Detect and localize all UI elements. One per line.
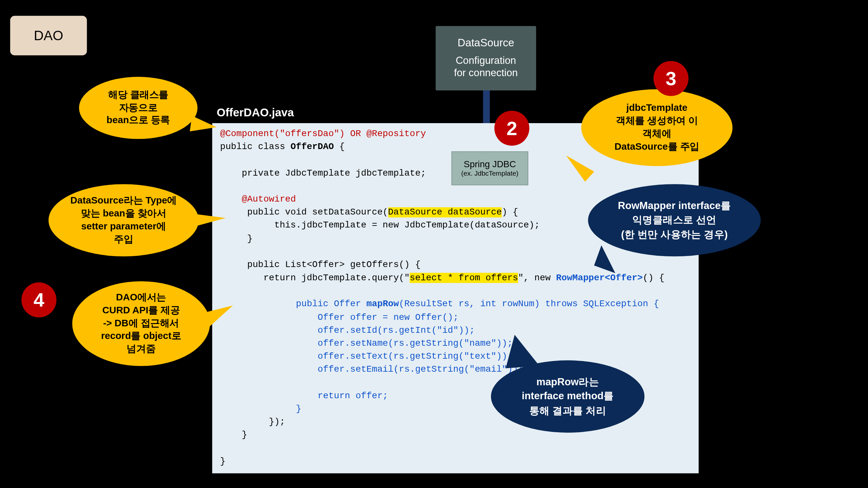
datasource-subtitle: Configurationfor connection xyxy=(454,55,518,79)
code-setds-param: DataSource dataSource xyxy=(388,207,502,218)
code-maprow-line4: offer.setText(rs.getString("text")); xyxy=(220,351,513,362)
step-badge-3: 3 xyxy=(653,61,688,96)
code-maprow-line5: offer.setEmail(rs.getString("email")); xyxy=(220,365,524,375)
code-class-open: { xyxy=(334,142,344,152)
code-class-close: } xyxy=(220,456,226,466)
callout-autowired-setter: DataSource라는 Type에맞는 bean을 찾아서setter par… xyxy=(49,184,199,256)
code-maprow-sig-b: (ResultSet rs, int rowNum) throws SQLExc… xyxy=(399,299,659,309)
code-setds-close: } xyxy=(220,234,252,244)
code-query-b: ", new xyxy=(518,273,556,283)
code-class-name: OfferDAO xyxy=(290,142,334,152)
callout-maprow-method: mapRow라는interface method를통해 결과를 처리 xyxy=(491,360,644,433)
spring-jdbc-subtitle: (ex. JdbcTemplate) xyxy=(461,170,519,177)
code-maprow-line1: Offer offer = new Offer(); xyxy=(220,312,459,322)
code-maprow-line3: offer.setName(rs.getString("name")); xyxy=(220,338,513,348)
spring-jdbc-box: Spring JDBC (ex. JdbcTemplate) xyxy=(451,151,528,185)
step-badge-4: 4 xyxy=(21,283,56,318)
code-maprow-return: return offer; xyxy=(220,391,388,401)
code-anon-close: }); xyxy=(220,417,285,427)
code-maprow-line2: offer.setId(rs.getInt("id")); xyxy=(220,325,475,335)
code-maprow-sig-a: public Offer xyxy=(220,299,367,309)
callout-tail xyxy=(503,333,539,368)
datasource-title: DataSource xyxy=(458,37,514,49)
code-class-decl: public class xyxy=(220,142,291,152)
code-query-a: return jdbcTemplate.query(" xyxy=(220,273,410,283)
dao-tag: DAO xyxy=(10,16,87,55)
callout-rowmapper-anon: RowMapper interface를익명클래스로 선언(한 번만 사용하는 … xyxy=(588,184,761,256)
callout-tail xyxy=(190,116,218,135)
code-setds-body: this.jdbcTemplate = new JdbcTemplate(dat… xyxy=(220,220,540,230)
code-query-c: () { xyxy=(643,273,664,283)
code-getoffers-close: } xyxy=(220,430,247,440)
code-setds-sig-b: ) { xyxy=(502,207,518,218)
code-rowmapper: RowMapper<Offer> xyxy=(556,273,643,283)
code-annotation-autowired: @Autowired xyxy=(220,194,296,204)
datasource-config-box: DataSource Configurationfor connection xyxy=(436,26,536,90)
code-maprow-name: mapRow xyxy=(367,299,399,309)
callout-jdbctemplate-inject: jdbcTemplate객체를 생성하여 이객체에DataSource를 주입 xyxy=(581,89,732,166)
code-getoffers-sig: public List<Offer> getOffers() { xyxy=(220,260,421,270)
code-query-sql: select * from offers xyxy=(410,273,518,283)
code-field: private JdbcTemplate jdbcTemplate; xyxy=(220,168,426,178)
code-maprow-close: } xyxy=(220,404,302,414)
code-setds-sig-a: public void setDataSource( xyxy=(220,207,388,218)
callout-bean-register: 해당 클래스를자동으로bean으로 등록 xyxy=(79,77,197,139)
code-filename: OfferDAO.java xyxy=(217,106,293,119)
code-annotation-component: @Component("offersDao") OR @Repository xyxy=(220,128,426,139)
callout-dao-crud: DAO에서는CURD API를 제공-> DB에 접근해서record를 obj… xyxy=(72,281,210,366)
step-badge-2: 2 xyxy=(494,111,529,146)
spring-jdbc-title: Spring JDBC xyxy=(464,160,516,170)
